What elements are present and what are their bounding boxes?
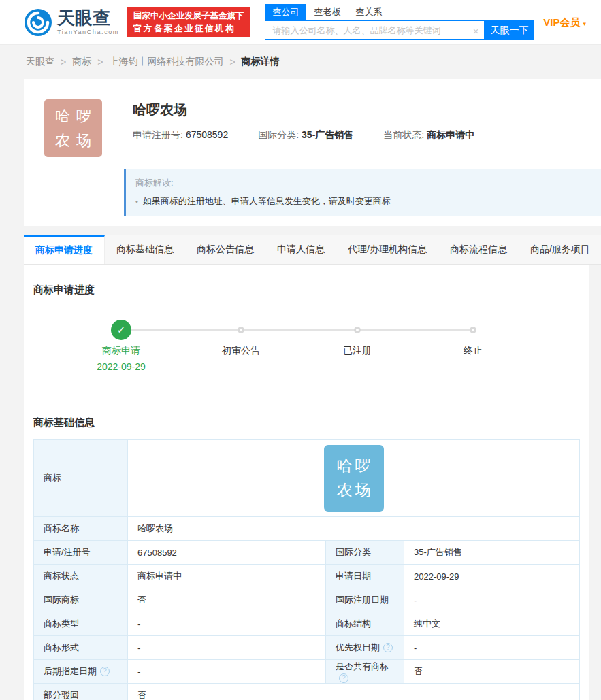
label-cell: 后期指定日期? [34, 660, 128, 684]
notice-text: 如果商标的注册地址、申请人等信息发生变化，请及时变更商标 [143, 196, 391, 206]
help-icon[interactable]: ? [383, 643, 393, 652]
tab-0[interactable]: 商标申请进度 [24, 235, 105, 264]
label-cell: 国际注册日期 [326, 588, 404, 612]
progress-timeline: ✓商标申请2022-09-29初审公告已注册终止 [33, 320, 580, 388]
search-tab-2[interactable]: 查关系 [348, 4, 389, 20]
step-label: 已注册 [343, 345, 372, 357]
section-title-basic-info: 商标基础信息 [33, 416, 580, 429]
step-circle [238, 327, 244, 333]
tab-4[interactable]: 代理/办理机构信息 [336, 235, 438, 264]
value-cell: - [128, 636, 326, 660]
chevron-down-icon: ▾ [583, 20, 586, 27]
label-cell: 优先权日期? [326, 636, 404, 660]
notice-item: •如果商标的注册地址、申请人等信息发生变化，请及时变更商标 [135, 195, 591, 207]
label-cell: 商标结构 [326, 612, 404, 636]
bullet-icon: • [135, 197, 138, 205]
top-header: 天眼查 TianYanCha.com 国家中小企业发展子基金旗下 官方备案企业征… [0, 0, 601, 45]
official-badge: 国家中小企业发展子基金旗下 官方备案企业征信机构 [127, 7, 250, 38]
thumb-line2: 农场 [55, 129, 97, 152]
vip-label: VIP会员 [543, 16, 580, 27]
thumb-line1: 哈啰 [55, 104, 97, 128]
detail-tabs: 商标申请进度商标基础信息商标公告信息申请人信息代理/办理机构信息商标流程信息商品… [24, 235, 601, 265]
breadcrumb: 天眼查>商标>上海钧丰网络科技有限公司>商标详情 [0, 45, 601, 79]
logo-title: 天眼查 [57, 9, 119, 27]
breadcrumb-separator: > [61, 56, 66, 67]
table-row: 商标哈啰农场 [34, 440, 580, 517]
value-cell: - [128, 660, 326, 684]
logo-subtitle: TianYanCha.com [57, 29, 119, 35]
trademark-head-info: 哈啰农场 申请注册号:67508592 国际分类:35-广告销售 当前状态:商标… [133, 99, 474, 157]
breadcrumb-separator: > [97, 56, 103, 67]
table-row: 商标状态商标申请中申请日期2022-09-29 [34, 565, 580, 588]
logo-text: 天眼查 TianYanCha.com [57, 9, 119, 35]
trademark-summary-card: 哈啰 农场 哈啰农场 申请注册号:67508592 国际分类:35-广告销售 当… [24, 79, 601, 226]
value-cell: 否 [128, 684, 580, 700]
value-cell: 2022-09-29 [404, 565, 580, 588]
clear-icon[interactable]: × [473, 24, 479, 36]
table-row: 部分驳回否 [34, 684, 580, 700]
tab-3[interactable]: 申请人信息 [265, 235, 336, 264]
field-reg-number: 申请注册号:67508592 [133, 129, 228, 141]
table-row: 商标名称哈啰农场 [34, 517, 580, 541]
search-tab-1[interactable]: 查老板 [306, 4, 348, 20]
breadcrumb-current: 商标详情 [242, 56, 280, 68]
tab-6[interactable]: 商品/服务项目 [519, 235, 601, 264]
trademark-fields: 申请注册号:67508592 国际分类:35-广告销售 当前状态:商标申请中 [133, 129, 474, 141]
help-icon[interactable]: ? [339, 673, 348, 683]
value-cell: 哈啰农场 [128, 517, 580, 541]
basic-info-table-body: 商标哈啰农场商标名称哈啰农场申请/注册号67508592国际分类35-广告销售商… [34, 440, 580, 700]
field-current-status: 当前状态:商标申请中 [383, 129, 474, 141]
breadcrumb-separator: > [229, 56, 235, 67]
badge-line2: 官方备案企业征信机构 [133, 22, 244, 35]
step-circle: ✓ [111, 320, 131, 340]
value-cell: 否 [128, 588, 326, 612]
value-cell: 商标申请中 [128, 565, 326, 588]
value-cell: 否 [404, 660, 580, 684]
step-date: 2022-09-29 [97, 361, 146, 372]
trademark-image: 哈啰农场 [324, 445, 384, 512]
tab-1[interactable]: 商标基础信息 [105, 235, 185, 264]
label-cell: 申请/注册号 [34, 541, 128, 565]
label-cell: 商标类型 [34, 612, 128, 636]
label-cell: 商标状态 [34, 565, 128, 588]
tab-2[interactable]: 商标公告信息 [185, 235, 265, 264]
timeline-line [121, 329, 473, 331]
table-row: 商标类型-商标结构纯中文 [34, 612, 580, 636]
step-label: 终止 [464, 345, 483, 357]
label-cell: 商标名称 [34, 517, 128, 541]
help-icon[interactable]: ? [100, 667, 110, 676]
notice-title: 商标解读: [135, 177, 591, 189]
value-cell: - [404, 636, 580, 660]
table-row: 申请/注册号67508592国际分类35-广告销售 [34, 541, 580, 565]
step-label: 初审公告 [222, 345, 260, 357]
search-tabs: 查公司查老板查关系 [265, 4, 534, 20]
content-card: 商标申请进度 ✓商标申请2022-09-29初审公告已注册终止 商标基础信息 商… [24, 265, 589, 700]
breadcrumb-link[interactable]: 天眼查 [26, 56, 54, 68]
vip-menu[interactable]: VIP会员▾ [543, 16, 586, 29]
step-circle [354, 327, 361, 333]
value-cell: 35-广告销售 [404, 541, 580, 565]
label-cell: 国际商标 [34, 588, 128, 612]
step-label: 商标申请 [102, 345, 140, 357]
trademark-thumbnail: 哈啰 农场 [44, 99, 102, 157]
check-icon: ✓ [117, 324, 126, 336]
breadcrumb-link[interactable]: 上海钧丰网络科技有限公司 [109, 56, 223, 68]
label-cell: 商标 [34, 440, 128, 517]
tianyancha-logo-icon [24, 8, 52, 37]
label-cell: 国际分类 [326, 541, 404, 565]
basic-info-table: 商标哈啰农场商标名称哈啰农场申请/注册号67508592国际分类35-广告销售商… [33, 439, 580, 700]
table-row: 后期指定日期?-是否共有商标?否 [34, 660, 580, 684]
label-cell: 是否共有商标? [326, 660, 404, 684]
step-circle [470, 327, 476, 333]
trademark-image-cell: 哈啰农场 [128, 440, 580, 517]
breadcrumb-link[interactable]: 商标 [72, 56, 91, 68]
search-button[interactable]: 天眼一下 [485, 20, 534, 40]
search-area: 查公司查老板查关系 × 天眼一下 [265, 4, 534, 40]
section-title-progress: 商标申请进度 [33, 284, 580, 297]
page-title: 哈啰农场 [133, 101, 474, 119]
search-tab-0[interactable]: 查公司 [265, 4, 306, 20]
tab-5[interactable]: 商标流程信息 [438, 235, 519, 264]
site-logo[interactable]: 天眼查 TianYanCha.com [24, 8, 119, 37]
trademark-notice: 商标解读: •如果商标的注册地址、申请人等信息发生变化，请及时变更商标 [124, 169, 601, 216]
search-input[interactable] [265, 20, 485, 40]
